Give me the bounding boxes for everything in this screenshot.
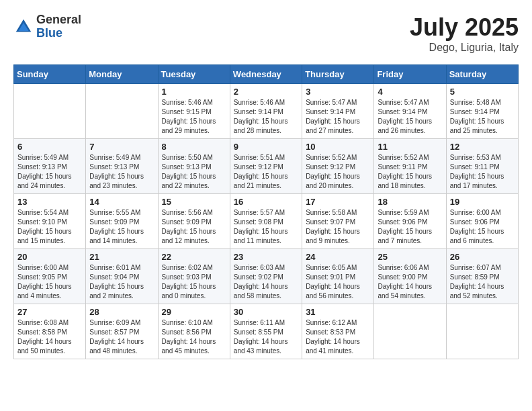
day-number: 10 [306, 142, 370, 152]
day-info: Sunrise: 5:47 AM Sunset: 9:14 PM Dayligh… [306, 98, 370, 136]
day-info: Sunrise: 5:47 AM Sunset: 9:14 PM Dayligh… [378, 98, 442, 136]
day-info: Sunrise: 6:02 AM Sunset: 9:03 PM Dayligh… [162, 263, 226, 301]
calendar-cell [374, 304, 446, 359]
day-info: Sunrise: 5:56 AM Sunset: 9:09 PM Dayligh… [162, 208, 226, 246]
day-info: Sunrise: 6:00 AM Sunset: 9:05 PM Dayligh… [17, 263, 82, 301]
day-number: 20 [17, 252, 82, 262]
weekday-header-wednesday: Wednesday [230, 65, 302, 84]
day-number: 2 [234, 87, 298, 97]
day-number: 1 [162, 87, 226, 97]
calendar-week-3: 13Sunrise: 5:54 AM Sunset: 9:10 PM Dayli… [14, 194, 519, 249]
day-number: 23 [234, 252, 298, 262]
page-header: General Blue July 2025 Dego, Liguria, It… [13, 13, 519, 54]
calendar-cell [86, 84, 158, 139]
day-number: 7 [89, 142, 154, 152]
day-info: Sunrise: 5:51 AM Sunset: 9:12 PM Dayligh… [234, 153, 298, 191]
day-number: 9 [234, 142, 298, 152]
day-number: 3 [306, 87, 370, 97]
day-info: Sunrise: 6:00 AM Sunset: 9:06 PM Dayligh… [450, 208, 515, 246]
calendar-week-5: 27Sunrise: 6:08 AM Sunset: 8:58 PM Dayli… [14, 304, 519, 359]
day-number: 29 [162, 307, 226, 317]
weekday-header-thursday: Thursday [302, 65, 374, 84]
calendar-cell: 16Sunrise: 5:57 AM Sunset: 9:08 PM Dayli… [230, 194, 302, 249]
calendar-cell: 14Sunrise: 5:55 AM Sunset: 9:09 PM Dayli… [86, 194, 158, 249]
calendar-cell: 11Sunrise: 5:52 AM Sunset: 9:11 PM Dayli… [374, 139, 446, 194]
logo-blue: Blue [36, 27, 81, 40]
day-info: Sunrise: 6:12 AM Sunset: 8:53 PM Dayligh… [306, 318, 370, 356]
calendar-cell: 28Sunrise: 6:09 AM Sunset: 8:57 PM Dayli… [86, 304, 158, 359]
day-info: Sunrise: 6:10 AM Sunset: 8:56 PM Dayligh… [162, 318, 226, 356]
calendar-cell: 29Sunrise: 6:10 AM Sunset: 8:56 PM Dayli… [158, 304, 230, 359]
day-number: 26 [450, 252, 515, 262]
calendar-cell: 5Sunrise: 5:48 AM Sunset: 9:14 PM Daylig… [446, 84, 518, 139]
calendar-cell: 10Sunrise: 5:52 AM Sunset: 9:12 PM Dayli… [302, 139, 374, 194]
weekday-header-monday: Monday [86, 65, 158, 84]
calendar-cell: 26Sunrise: 6:07 AM Sunset: 8:59 PM Dayli… [446, 249, 518, 304]
calendar-cell: 31Sunrise: 6:12 AM Sunset: 8:53 PM Dayli… [302, 304, 374, 359]
calendar-cell: 7Sunrise: 5:49 AM Sunset: 9:13 PM Daylig… [86, 139, 158, 194]
calendar-cell: 18Sunrise: 5:59 AM Sunset: 9:06 PM Dayli… [374, 194, 446, 249]
day-number: 30 [234, 307, 298, 317]
day-info: Sunrise: 5:55 AM Sunset: 9:09 PM Dayligh… [89, 208, 154, 246]
day-info: Sunrise: 6:07 AM Sunset: 8:59 PM Dayligh… [450, 263, 515, 301]
day-info: Sunrise: 6:03 AM Sunset: 9:02 PM Dayligh… [234, 263, 298, 301]
calendar-cell: 25Sunrise: 6:06 AM Sunset: 9:00 PM Dayli… [374, 249, 446, 304]
day-number: 24 [306, 252, 370, 262]
calendar-week-2: 6Sunrise: 5:49 AM Sunset: 9:13 PM Daylig… [14, 139, 519, 194]
day-number: 11 [378, 142, 442, 152]
day-info: Sunrise: 5:53 AM Sunset: 9:11 PM Dayligh… [450, 153, 515, 191]
day-info: Sunrise: 5:58 AM Sunset: 9:07 PM Dayligh… [306, 208, 370, 246]
calendar-cell: 23Sunrise: 6:03 AM Sunset: 9:02 PM Dayli… [230, 249, 302, 304]
day-number: 12 [450, 142, 515, 152]
day-info: Sunrise: 6:11 AM Sunset: 8:55 PM Dayligh… [234, 318, 298, 356]
day-number: 8 [162, 142, 226, 152]
calendar-cell: 24Sunrise: 6:05 AM Sunset: 9:01 PM Dayli… [302, 249, 374, 304]
calendar-cell: 21Sunrise: 6:01 AM Sunset: 9:04 PM Dayli… [86, 249, 158, 304]
calendar-cell: 6Sunrise: 5:49 AM Sunset: 9:13 PM Daylig… [14, 139, 86, 194]
day-info: Sunrise: 6:05 AM Sunset: 9:01 PM Dayligh… [306, 263, 370, 301]
logo-general: General [36, 13, 81, 27]
weekday-header-sunday: Sunday [14, 65, 86, 84]
day-info: Sunrise: 6:01 AM Sunset: 9:04 PM Dayligh… [89, 263, 154, 301]
day-number: 18 [378, 197, 442, 207]
day-info: Sunrise: 5:46 AM Sunset: 9:15 PM Dayligh… [162, 98, 226, 136]
day-number: 4 [378, 87, 442, 97]
calendar-cell: 8Sunrise: 5:50 AM Sunset: 9:13 PM Daylig… [158, 139, 230, 194]
day-number: 5 [450, 87, 515, 97]
calendar-cell [446, 304, 518, 359]
day-number: 13 [17, 197, 82, 207]
calendar-cell: 30Sunrise: 6:11 AM Sunset: 8:55 PM Dayli… [230, 304, 302, 359]
calendar-cell: 17Sunrise: 5:58 AM Sunset: 9:07 PM Dayli… [302, 194, 374, 249]
calendar-week-1: 1Sunrise: 5:46 AM Sunset: 9:15 PM Daylig… [14, 84, 519, 139]
day-info: Sunrise: 6:06 AM Sunset: 9:00 PM Dayligh… [378, 263, 442, 301]
logo-text: General Blue [36, 13, 81, 40]
title-block: July 2025 Dego, Liguria, Italy [410, 13, 519, 54]
calendar-table: SundayMondayTuesdayWednesdayThursdayFrid… [13, 64, 519, 359]
weekday-header-row: SundayMondayTuesdayWednesdayThursdayFrid… [14, 65, 519, 84]
day-number: 27 [17, 307, 82, 317]
day-number: 6 [17, 142, 82, 152]
day-number: 19 [450, 197, 515, 207]
calendar-cell: 15Sunrise: 5:56 AM Sunset: 9:09 PM Dayli… [158, 194, 230, 249]
day-info: Sunrise: 6:09 AM Sunset: 8:57 PM Dayligh… [89, 318, 154, 356]
calendar-week-4: 20Sunrise: 6:00 AM Sunset: 9:05 PM Dayli… [14, 249, 519, 304]
calendar-cell: 2Sunrise: 5:46 AM Sunset: 9:14 PM Daylig… [230, 84, 302, 139]
weekday-header-friday: Friday [374, 65, 446, 84]
subtitle: Dego, Liguria, Italy [410, 42, 519, 54]
day-number: 15 [162, 197, 226, 207]
day-number: 14 [89, 197, 154, 207]
calendar-cell: 9Sunrise: 5:51 AM Sunset: 9:12 PM Daylig… [230, 139, 302, 194]
day-number: 21 [89, 252, 154, 262]
day-info: Sunrise: 5:49 AM Sunset: 9:13 PM Dayligh… [17, 153, 82, 191]
calendar-cell: 1Sunrise: 5:46 AM Sunset: 9:15 PM Daylig… [158, 84, 230, 139]
day-info: Sunrise: 5:46 AM Sunset: 9:14 PM Dayligh… [234, 98, 298, 136]
weekday-header-saturday: Saturday [446, 65, 518, 84]
day-number: 17 [306, 197, 370, 207]
day-info: Sunrise: 5:48 AM Sunset: 9:14 PM Dayligh… [450, 98, 515, 136]
calendar-cell: 4Sunrise: 5:47 AM Sunset: 9:14 PM Daylig… [374, 84, 446, 139]
day-number: 25 [378, 252, 442, 262]
logo-icon [13, 17, 34, 37]
day-info: Sunrise: 5:54 AM Sunset: 9:10 PM Dayligh… [17, 208, 82, 246]
logo: General Blue [13, 13, 81, 40]
day-info: Sunrise: 5:52 AM Sunset: 9:11 PM Dayligh… [378, 153, 442, 191]
